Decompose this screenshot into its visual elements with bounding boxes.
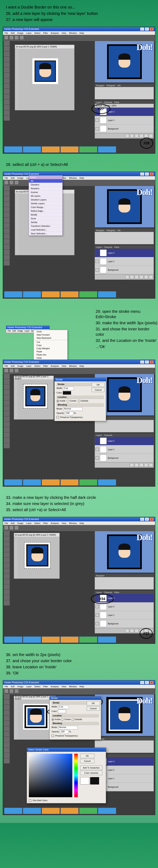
menu-view[interactable]: View xyxy=(62,32,66,34)
menu-deselect[interactable]: Deselect xyxy=(29,183,62,187)
tool-item[interactable] xyxy=(4,78,10,84)
tool-item[interactable] xyxy=(4,105,10,110)
menu-image[interactable]: Image xyxy=(18,32,24,34)
tool-item[interactable] xyxy=(4,57,10,62)
menu-item[interactable]: Copy Merged xyxy=(34,347,67,350)
mode-select[interactable]: Normal xyxy=(63,407,83,411)
menu-transformsel[interactable]: Transform Selection xyxy=(29,224,62,228)
opt-tool[interactable] xyxy=(4,35,8,40)
menu-file[interactable]: File xyxy=(4,177,8,179)
menu-reselect[interactable]: Reselect xyxy=(29,187,62,190)
menu-grow[interactable]: Grow xyxy=(29,217,62,220)
tool-item[interactable] xyxy=(4,46,10,52)
adjustment-icon[interactable] xyxy=(135,134,139,137)
opt-tool[interactable] xyxy=(20,35,24,40)
tool-item[interactable] xyxy=(4,99,10,105)
menu-loadsel[interactable]: Load Selection... xyxy=(29,228,62,232)
layer-row[interactable]: Background xyxy=(95,619,154,628)
menu-select[interactable]: Select xyxy=(34,32,40,34)
width-input[interactable]: 2 px xyxy=(58,705,69,709)
layer-row[interactable]: Layer 2 xyxy=(95,249,154,257)
tool-item[interactable] xyxy=(4,110,10,116)
max-btn[interactable]: □ xyxy=(145,172,149,176)
visibility-icon[interactable] xyxy=(96,127,99,130)
preserve-check[interactable] xyxy=(57,416,59,418)
menu-item[interactable]: Undo xyxy=(34,330,67,333)
color-swatch[interactable] xyxy=(63,391,71,395)
add-swatch[interactable]: Add To Swatches xyxy=(80,766,102,770)
task-btn[interactable] xyxy=(98,146,116,153)
tab-layers[interactable]: Layers xyxy=(96,246,102,248)
min-btn[interactable]: — xyxy=(140,172,145,176)
menu-item[interactable]: Cut xyxy=(34,340,67,344)
picker-ok[interactable]: OK xyxy=(80,754,94,758)
layer-row[interactable]: Background xyxy=(95,266,154,274)
tool-item[interactable] xyxy=(4,41,10,46)
task-btn[interactable] xyxy=(23,146,41,153)
fx-icon[interactable] xyxy=(125,134,129,137)
tool-item[interactable] xyxy=(4,84,10,89)
radio-inside[interactable] xyxy=(57,400,59,402)
close-btn[interactable]: ✕ xyxy=(150,27,154,31)
layer-row[interactable]: Layer 1 xyxy=(95,445,154,454)
webcolors-check[interactable] xyxy=(29,799,31,802)
tab-channels[interactable]: Channels xyxy=(104,101,112,103)
radio-inside[interactable] xyxy=(52,718,54,721)
menu-window[interactable]: Window xyxy=(69,32,76,34)
menu-inverse[interactable]: Inverse xyxy=(29,190,62,194)
menu-help[interactable]: Help xyxy=(80,32,84,34)
close-btn[interactable]: ✕ xyxy=(150,172,154,176)
menu-layer[interactable]: Layer xyxy=(26,32,32,34)
tool-item[interactable] xyxy=(4,52,10,57)
menu-window[interactable]: Window xyxy=(69,177,76,179)
menu-similar[interactable]: Similar xyxy=(29,220,62,224)
menu-help[interactable]: Help xyxy=(80,177,84,179)
ok-button[interactable]: OK xyxy=(87,701,100,706)
menu-savesel[interactable]: Save Selection... xyxy=(29,232,62,236)
adjustment-icon[interactable] xyxy=(135,629,139,632)
opt-tool[interactable] xyxy=(14,35,19,40)
color-swatch[interactable] xyxy=(58,710,66,713)
canvas-area[interactable] xyxy=(19,49,74,110)
layer-row[interactable]: Layer 1 xyxy=(95,116,154,125)
menu-edit[interactable]: Edit xyxy=(11,177,14,179)
menu-deselectlayers[interactable]: Deselect Layers xyxy=(29,198,62,202)
layer-row[interactable]: Background xyxy=(95,454,154,462)
layer-row[interactable]: Layer 1 xyxy=(95,611,154,619)
menu-all[interactable]: All xyxy=(29,179,62,183)
opt-tool[interactable] xyxy=(14,180,19,185)
radio-center[interactable] xyxy=(67,400,69,402)
min-btn[interactable]: — xyxy=(140,27,145,31)
opt-tool[interactable] xyxy=(4,180,8,185)
width-input[interactable]: 3 px xyxy=(63,387,74,390)
layer-row[interactable]: Background xyxy=(95,125,154,133)
tab-paths[interactable]: Paths xyxy=(114,246,119,248)
mask-icon[interactable] xyxy=(130,134,134,137)
radio-outside[interactable] xyxy=(77,400,80,402)
menu-item[interactable]: Copy xyxy=(34,344,67,347)
hue-slider[interactable] xyxy=(74,754,78,797)
color-libraries[interactable]: Color Libraries xyxy=(80,771,102,775)
menu-similarlayers[interactable]: Similar Layers xyxy=(29,202,62,206)
menu-file[interactable]: File xyxy=(4,32,8,34)
tab-channels[interactable]: Channels xyxy=(104,246,112,248)
layer-row[interactable]: Layer 2 xyxy=(95,437,154,445)
tool-item[interactable] xyxy=(4,116,10,121)
opt-tool[interactable] xyxy=(9,180,13,185)
cancel-button[interactable]: Cancel xyxy=(87,706,100,711)
group-icon[interactable] xyxy=(139,134,144,137)
visibility-icon[interactable] xyxy=(96,119,99,122)
menu-item[interactable]: Step Forward xyxy=(34,333,67,336)
task-btn[interactable] xyxy=(4,146,22,153)
tool-item[interactable] xyxy=(4,94,10,99)
menu-edit[interactable]: Edit xyxy=(11,32,14,34)
layer-row[interactable]: Layer 1 xyxy=(95,257,154,266)
task-btn[interactable] xyxy=(60,146,78,153)
cancel-button[interactable]: Cancel xyxy=(92,388,105,392)
menu-item[interactable]: Paste xyxy=(34,350,67,353)
task-btn[interactable] xyxy=(79,146,97,153)
tool-item[interactable] xyxy=(4,67,10,73)
menu-filter[interactable]: Filter xyxy=(43,32,48,34)
tab-layers[interactable]: Layers xyxy=(96,101,102,103)
menu-alllayers[interactable]: All Layers xyxy=(29,194,62,198)
